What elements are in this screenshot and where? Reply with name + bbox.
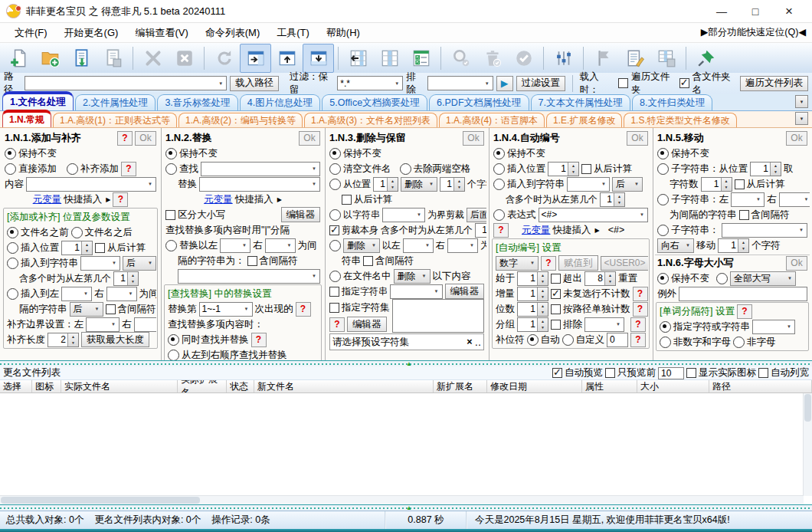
quick-locate-link[interactable]: ▶部分功能快速定位(Q)◀ <box>701 26 806 39</box>
custom-pad-input[interactable]: 0 <box>607 333 628 347</box>
side-select[interactable]: 后 <box>70 302 103 317</box>
help-button[interactable]: ? <box>117 131 133 146</box>
from-position-radio[interactable] <box>329 179 341 190</box>
exception-input[interactable] <box>679 287 807 301</box>
column-shift-left-button[interactable] <box>342 44 374 73</box>
chevron-down-icon[interactable] <box>309 270 319 283</box>
insert-pos-spinner[interactable]: 1 <box>548 162 579 176</box>
right-delimiter-combobox[interactable] <box>265 238 296 253</box>
subtab-special-types[interactable]: 1.S.特定类型文件名修改 <box>624 113 736 127</box>
save-list-button[interactable] <box>97 44 129 73</box>
help-button[interactable]: ? <box>121 162 136 176</box>
auto-preview-checkbox[interactable] <box>552 368 562 378</box>
keep-unchanged-radio[interactable] <box>329 148 341 159</box>
keep-unchanged-radio[interactable] <box>657 148 669 159</box>
spec-string-combobox[interactable] <box>390 284 443 299</box>
traverse-folders-checkbox[interactable] <box>618 78 628 88</box>
chevron-down-icon[interactable] <box>422 239 433 252</box>
left-delimiter-combobox[interactable] <box>731 192 765 207</box>
separator-combobox[interactable] <box>752 320 795 334</box>
chevron-down-icon[interactable] <box>145 178 156 191</box>
chevron-down-icon[interactable] <box>683 239 693 252</box>
ok-button[interactable]: Ok <box>786 131 807 146</box>
from-end-checkbox[interactable] <box>581 164 591 174</box>
column-layout-button[interactable] <box>374 44 405 73</box>
nth-spinner[interactable]: 1 <box>475 223 486 238</box>
clear-preset-icon[interactable]: × <box>467 337 472 347</box>
custom-pad-radio[interactable] <box>562 334 574 346</box>
filter-settings-button[interactable]: 过滤设置 <box>516 76 565 91</box>
non-alpha-radio[interactable] <box>733 337 745 348</box>
chevron-down-icon[interactable] <box>613 318 624 331</box>
horizontal-scrollbar[interactable] <box>0 495 804 504</box>
from-end-checkbox[interactable] <box>735 179 745 189</box>
panel-up-toggle[interactable] <box>271 44 303 73</box>
auto-column-width-checkbox[interactable] <box>758 368 768 378</box>
subtab-encoding[interactable]: 1.A.高级(2)：编码与转换等 <box>178 113 303 127</box>
exceed-checkbox[interactable] <box>551 274 561 284</box>
exclude-checkbox[interactable] <box>551 320 561 330</box>
char-count-spinner[interactable]: 1 <box>701 177 732 192</box>
between-replace-combobox[interactable] <box>178 269 320 284</box>
chevron-down-icon[interactable] <box>368 239 379 252</box>
subtab-regex[interactable]: 1.A.高级(1)：正则表达式等 <box>53 113 177 127</box>
chevron-down-icon[interactable] <box>215 77 226 90</box>
subtab-compare-list[interactable]: 1.A.高级(3)：文件名对照列表 <box>304 113 437 127</box>
trim-spaces-radio[interactable] <box>400 163 411 175</box>
column-modified-date[interactable]: 修改日期 <box>487 380 582 392</box>
cut-side-select[interactable]: 后面 <box>467 208 486 222</box>
ok-button[interactable]: Ok <box>463 131 484 146</box>
column-new-filename[interactable]: 新文件名 <box>254 380 434 392</box>
close-icon[interactable]: × <box>772 1 806 22</box>
insert-pos-radio[interactable] <box>493 163 505 175</box>
find-radio[interactable] <box>165 163 177 175</box>
new-list-button[interactable] <box>3 44 34 73</box>
show-real-icon-checkbox[interactable] <box>686 368 696 378</box>
insert-string-combobox[interactable] <box>567 177 610 192</box>
flag-button[interactable] <box>588 44 619 73</box>
pin-button[interactable] <box>690 44 722 73</box>
chevron-down-icon[interactable] <box>598 178 609 191</box>
substring-between-radio[interactable] <box>657 194 669 205</box>
menu-command-list[interactable]: 命令列表(M) <box>197 26 269 40</box>
menu-edit-view[interactable]: 编辑查看(V) <box>126 26 196 40</box>
spin-buttons-icon[interactable] <box>67 333 78 346</box>
file-list-body[interactable] <box>0 393 812 504</box>
editor-button[interactable]: 编辑器 <box>347 317 387 332</box>
nth-spinner[interactable]: 1 <box>113 271 139 286</box>
help-button[interactable]: ? <box>329 317 345 332</box>
tab-overflow-button[interactable]: ▼ <box>795 95 808 108</box>
tab-image-info[interactable]: 4.图片信息处理 <box>240 94 320 110</box>
more-icon[interactable]: ‥ <box>475 337 481 348</box>
keep-unchanged-radio[interactable] <box>657 273 669 284</box>
left-delimiter-combobox[interactable] <box>403 238 434 253</box>
flyout-arrow-icon[interactable]: ▶ <box>595 227 600 234</box>
right-delimiter-combobox[interactable] <box>447 238 478 253</box>
help-button[interactable]: ? <box>633 302 648 317</box>
preview-count-input[interactable]: 10 <box>658 367 684 379</box>
spin-buttons-icon[interactable] <box>568 163 578 176</box>
chevron-down-icon[interactable] <box>637 209 647 222</box>
column-path[interactable]: 路径 <box>709 380 812 392</box>
side-select[interactable]: 后 <box>123 256 156 271</box>
panel-down-toggle[interactable] <box>303 44 334 73</box>
charset-checkbox[interactable] <box>329 303 339 313</box>
help-button[interactable]: ? <box>633 287 648 301</box>
spin-buttons-icon[interactable] <box>738 239 748 252</box>
chevron-down-icon[interactable] <box>419 270 430 283</box>
change-case-radio[interactable] <box>716 273 728 284</box>
tab-file-classify[interactable]: 8.文件归类处理 <box>632 94 712 110</box>
substring-pos-radio[interactable] <box>657 163 669 175</box>
help-button[interactable]: ? <box>251 333 267 347</box>
spin-buttons-icon[interactable] <box>770 163 781 176</box>
right-delimiter-combobox[interactable] <box>779 192 810 207</box>
chevron-down-icon[interactable] <box>108 318 119 331</box>
spin-buttons-icon[interactable] <box>127 272 138 285</box>
spin-buttons-icon[interactable] <box>537 318 548 331</box>
from-end-checkbox[interactable] <box>342 195 352 205</box>
column-real-extension[interactable]: 实际扩展名 <box>178 380 227 392</box>
delete-mode-select[interactable]: 删除 <box>394 269 431 284</box>
include-folder-name-checkbox[interactable] <box>679 78 689 88</box>
help-button[interactable]: ? <box>630 333 646 347</box>
subtab-normal[interactable]: 1.N.常规 <box>2 110 51 127</box>
